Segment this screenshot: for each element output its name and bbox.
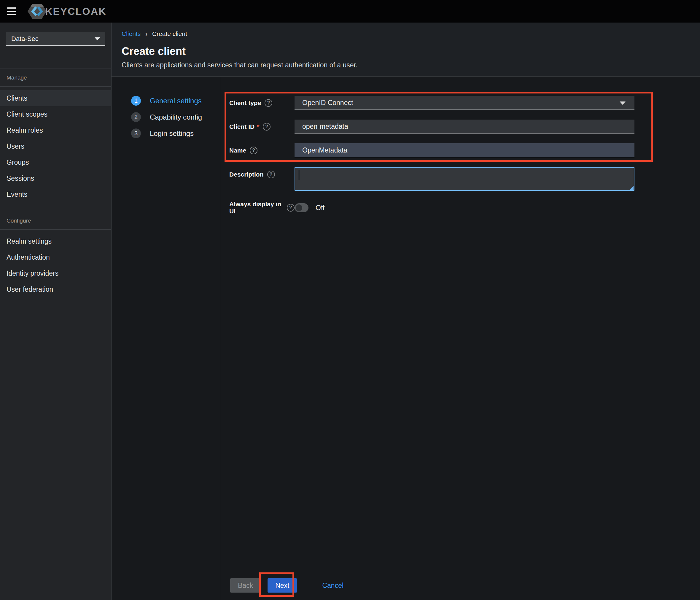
toggle-knob bbox=[296, 205, 302, 211]
always-display-label: Always display in UI bbox=[229, 200, 283, 215]
page-header: Clients › Create client Create client Cl… bbox=[111, 23, 700, 76]
sidebar: Data-Sec Manage Clients Client scopes Re… bbox=[0, 23, 111, 600]
breadcrumb-current: Create client bbox=[152, 30, 187, 38]
description-label: Description bbox=[229, 171, 264, 178]
step-number-badge: 3 bbox=[131, 128, 141, 138]
name-input[interactable] bbox=[295, 143, 634, 157]
configure-nav-list: Realm settings Authentication Identity p… bbox=[0, 233, 111, 297]
breadcrumb: Clients › Create client bbox=[122, 30, 700, 38]
toggle-state-label: Off bbox=[316, 204, 324, 212]
sidebar-item-realm-roles[interactable]: Realm roles bbox=[0, 122, 111, 138]
sidebar-item-client-scopes[interactable]: Client scopes bbox=[0, 106, 111, 122]
general-settings-form: Client type ? OpenID Connect Client ID *… bbox=[221, 76, 700, 600]
step-number-badge: 2 bbox=[131, 112, 141, 122]
text-cursor bbox=[299, 170, 299, 180]
next-button[interactable]: Next bbox=[268, 578, 297, 593]
client-id-row: Client ID * ? bbox=[229, 120, 634, 134]
always-display-toggle[interactable] bbox=[295, 203, 308, 212]
breadcrumb-clients-link[interactable]: Clients bbox=[122, 30, 141, 38]
sidebar-item-authentication[interactable]: Authentication bbox=[0, 249, 111, 265]
sidebar-item-realm-settings[interactable]: Realm settings bbox=[0, 233, 111, 249]
name-label: Name bbox=[229, 147, 246, 154]
main-content: Clients › Create client Create client Cl… bbox=[111, 23, 700, 600]
page-subtitle: Clients are applications and services th… bbox=[122, 61, 700, 69]
cancel-link[interactable]: Cancel bbox=[322, 582, 344, 590]
chevron-down-icon bbox=[95, 38, 100, 40]
sidebar-item-users[interactable]: Users bbox=[0, 138, 111, 154]
name-row: Name ? bbox=[229, 143, 634, 157]
nav-group-configure: Configure bbox=[0, 212, 111, 230]
keycloak-logo: KEYCLOAK bbox=[27, 3, 106, 20]
client-type-row: Client type ? OpenID Connect bbox=[229, 96, 634, 110]
realm-selector-dropdown[interactable]: Data-Sec bbox=[6, 32, 105, 46]
manage-nav-list: Clients Client scopes Realm roles Users … bbox=[0, 90, 111, 202]
sidebar-item-user-federation[interactable]: User federation bbox=[0, 281, 111, 297]
help-icon[interactable]: ? bbox=[263, 123, 271, 130]
realm-section: Data-Sec bbox=[0, 32, 111, 69]
client-type-select[interactable]: OpenID Connect bbox=[295, 96, 634, 110]
client-type-label: Client type bbox=[229, 99, 261, 106]
sidebar-item-clients[interactable]: Clients bbox=[0, 90, 111, 106]
client-id-input[interactable] bbox=[295, 120, 634, 134]
sidebar-item-sessions[interactable]: Sessions bbox=[0, 170, 111, 186]
help-icon[interactable]: ? bbox=[250, 147, 257, 154]
nav-group-manage: Manage bbox=[0, 69, 111, 87]
breadcrumb-chevron-icon: › bbox=[145, 30, 147, 38]
client-id-label: Client ID bbox=[229, 123, 254, 130]
step-number-badge: 1 bbox=[131, 96, 141, 106]
sidebar-item-events[interactable]: Events bbox=[0, 186, 111, 202]
back-button[interactable]: Back bbox=[230, 578, 261, 593]
logo-text: KEYCLOAK bbox=[45, 6, 106, 17]
keycloak-hexagon-icon bbox=[27, 3, 47, 20]
wizard-step-login-settings[interactable]: 3 Login settings bbox=[131, 128, 221, 138]
wizard-step-general-settings[interactable]: 1 General settings bbox=[131, 96, 221, 106]
description-textarea[interactable] bbox=[295, 167, 634, 191]
help-icon[interactable]: ? bbox=[287, 204, 295, 212]
required-asterisk: * bbox=[257, 123, 259, 130]
sidebar-item-groups[interactable]: Groups bbox=[0, 154, 111, 170]
page-title: Create client bbox=[122, 45, 700, 57]
realm-name: Data-Sec bbox=[11, 35, 39, 43]
help-icon[interactable]: ? bbox=[265, 99, 272, 107]
always-display-row: Always display in UI ? Off bbox=[229, 200, 634, 215]
wizard-steps-nav: 1 General settings 2 Capability config 3… bbox=[111, 76, 221, 600]
wizard-footer: Back Next Cancel bbox=[230, 578, 344, 593]
create-client-wizard: 1 General settings 2 Capability config 3… bbox=[111, 76, 700, 600]
masthead: KEYCLOAK bbox=[0, 0, 700, 23]
help-icon[interactable]: ? bbox=[267, 171, 275, 178]
sidebar-item-identity-providers[interactable]: Identity providers bbox=[0, 265, 111, 281]
wizard-step-capability-config[interactable]: 2 Capability config bbox=[131, 112, 221, 122]
description-row: Description ? bbox=[229, 167, 634, 191]
hamburger-menu-icon[interactable] bbox=[7, 7, 17, 15]
chevron-down-icon bbox=[620, 101, 626, 105]
resize-handle[interactable] bbox=[629, 186, 633, 190]
